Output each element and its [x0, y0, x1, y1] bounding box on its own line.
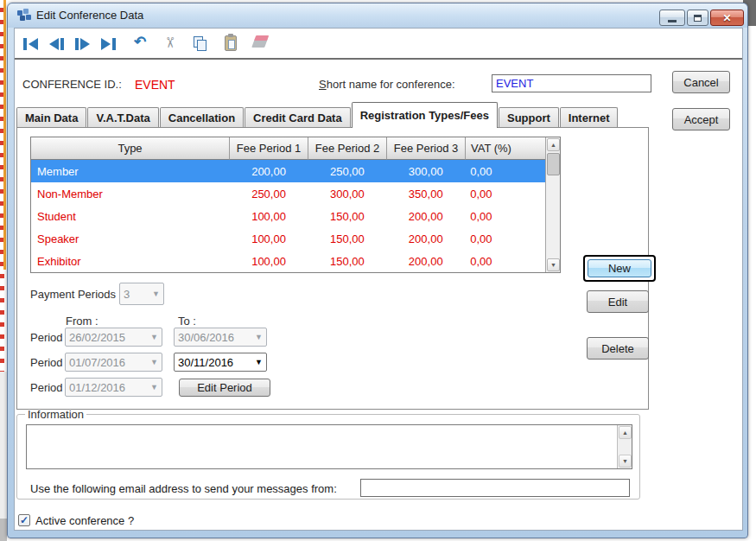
- chevron-down-icon: ▼: [150, 383, 158, 391]
- tab-strip: Main Data V.A.T.Data Cancellation Credit…: [16, 101, 619, 128]
- table-row[interactable]: Non-Member 250,00 300,00 350,00 0,00: [31, 182, 546, 205]
- email-input[interactable]: [360, 479, 630, 497]
- period1-from-select[interactable]: 26/02/2015▼: [65, 328, 162, 347]
- next-record-button[interactable]: [75, 37, 94, 50]
- tab-cancellation[interactable]: Cancellation: [160, 107, 244, 128]
- erase-icon: [254, 35, 269, 41]
- table-row[interactable]: Student 100,00 150,00 200,00 0,00: [31, 205, 546, 227]
- edit-conference-data-dialog: Edit Conference Data ✕ ↶ ✂ CONFERENCE ID…: [7, 3, 748, 538]
- previous-record-icon: [49, 38, 59, 50]
- toolbar: ↶ ✂: [15, 29, 742, 58]
- column-header-type[interactable]: Type: [31, 137, 230, 160]
- conference-id-value: EVENT: [135, 78, 175, 92]
- active-conference-checkbox[interactable]: ✓: [18, 514, 30, 526]
- new-button[interactable]: New: [588, 259, 651, 277]
- tab-internet[interactable]: Internet: [560, 107, 619, 128]
- tab-support[interactable]: Support: [499, 107, 559, 128]
- period3-from-select[interactable]: 01/12/2016▼: [65, 378, 162, 397]
- fees-table-header: Type Fee Period 1 Fee Period 2 Fee Perio…: [31, 137, 560, 160]
- next-record-icon: [75, 38, 79, 50]
- minimize-button[interactable]: [659, 10, 685, 26]
- background-window-strip: [0, 0, 7, 541]
- period2-from-select[interactable]: 01/07/2016▼: [65, 353, 162, 372]
- paste-button[interactable]: [225, 35, 237, 51]
- table-row[interactable]: Member 200,00 250,00 300,00 0,00: [31, 160, 546, 182]
- textarea-scrollbar[interactable]: ▲ ▼: [617, 425, 632, 468]
- to-column-label: To :: [178, 315, 196, 328]
- column-header-vat[interactable]: VAT (%): [466, 137, 547, 160]
- scroll-up-icon[interactable]: ▲: [619, 426, 632, 439]
- last-record-button[interactable]: [101, 37, 120, 50]
- toolbar-divider: [15, 58, 742, 60]
- scroll-down-icon[interactable]: ▼: [547, 258, 560, 271]
- scrollbar-thumb[interactable]: [547, 153, 560, 175]
- tab-vat-data[interactable]: V.A.T.Data: [87, 107, 158, 128]
- previous-record-button[interactable]: [49, 37, 68, 50]
- background-orange-line: [3, 0, 6, 270]
- short-name-label: Short name for conference:: [319, 78, 455, 91]
- chevron-down-icon: ▼: [152, 290, 160, 298]
- erase-button[interactable]: [251, 39, 268, 48]
- app-icon: [17, 9, 31, 22]
- period2-to-select[interactable]: 30/11/2016▼: [174, 353, 267, 372]
- conference-id-label: CONFERENCE ID.:: [22, 78, 122, 91]
- background-gray-area: [0, 372, 7, 519]
- window-title: Edit Conference Data: [36, 9, 143, 22]
- copy-button[interactable]: [194, 36, 207, 51]
- cut-button[interactable]: ✂: [161, 36, 178, 48]
- payment-periods-label: Payment Periods: [30, 288, 116, 301]
- scroll-up-icon[interactable]: ▲: [547, 138, 560, 151]
- information-textarea[interactable]: ▲ ▼: [26, 424, 632, 469]
- tab-registration-types-fees[interactable]: Registration Types/Fees: [352, 102, 498, 128]
- chevron-down-icon: ▼: [150, 358, 158, 366]
- email-label: Use the following email address to send …: [30, 482, 337, 495]
- table-row[interactable]: Exhibitor 100,00 150,00 200,00 0,00: [31, 250, 546, 272]
- background-taskbar-sliver: [0, 519, 7, 541]
- minimize-icon: [668, 20, 677, 22]
- active-conference-label: Active conference ?: [35, 514, 134, 527]
- titlebar[interactable]: Edit Conference Data ✕: [8, 3, 747, 28]
- short-name-input[interactable]: [492, 74, 651, 92]
- maximize-button[interactable]: [687, 10, 708, 26]
- column-header-fee-period-3[interactable]: Fee Period 3: [387, 137, 466, 160]
- table-row[interactable]: Speaker 100,00 150,00 200,00 0,00: [31, 227, 546, 250]
- scroll-down-icon[interactable]: ▼: [619, 455, 632, 468]
- tab-credit-card-data[interactable]: Credit Card Data: [245, 107, 351, 128]
- table-scrollbar[interactable]: ▲ ▼: [545, 137, 560, 272]
- chevron-down-icon: ▼: [255, 333, 263, 341]
- first-record-button[interactable]: [23, 37, 42, 50]
- new-button-focus-ring: New: [583, 255, 656, 282]
- accept-button[interactable]: Accept: [672, 108, 730, 130]
- undo-button[interactable]: ↶: [134, 34, 146, 51]
- checkmark-icon: ✓: [20, 514, 29, 526]
- last-record-icon: [101, 38, 111, 50]
- column-header-fee-period-2[interactable]: Fee Period 2: [308, 137, 387, 160]
- chevron-down-icon: ▼: [150, 333, 158, 341]
- delete-button[interactable]: Delete: [587, 337, 649, 360]
- paste-icon: [228, 34, 233, 37]
- close-button[interactable]: ✕: [710, 10, 744, 26]
- registration-fees-panel: Type Fee Period 1 Fee Period 2 Fee Perio…: [16, 127, 649, 410]
- from-column-label: From :: [66, 315, 98, 328]
- close-icon: ✕: [722, 12, 731, 24]
- tab-main-data[interactable]: Main Data: [16, 107, 86, 128]
- first-record-icon: [23, 38, 27, 50]
- edit-period-button[interactable]: Edit Period: [179, 379, 270, 397]
- cancel-button[interactable]: Cancel: [672, 71, 730, 93]
- column-header-fee-period-1[interactable]: Fee Period 1: [230, 137, 308, 160]
- maximize-icon: [694, 15, 702, 22]
- payment-periods-select[interactable]: 3▼: [119, 283, 164, 305]
- edit-button[interactable]: Edit: [587, 290, 649, 313]
- period1-to-select[interactable]: 30/06/2016▼: [174, 328, 267, 347]
- information-group-label: Information: [25, 408, 86, 421]
- chevron-down-icon: ▼: [255, 358, 263, 366]
- information-group: Information ▲ ▼ Use the following email …: [16, 414, 640, 500]
- fees-table: Type Fee Period 1 Fee Period 2 Fee Perio…: [30, 137, 561, 273]
